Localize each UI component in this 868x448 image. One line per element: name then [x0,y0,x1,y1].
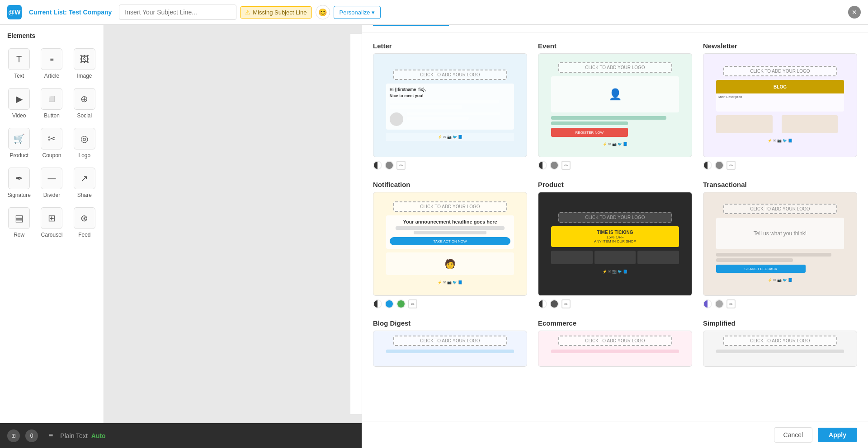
carousel-label: Carousel [41,232,62,238]
template-card-product: Product CLICK TO ADD YOUR LOGO TIME IS T… [538,181,692,308]
element-share[interactable]: ↗ Share [69,164,100,202]
product-swatch-2[interactable] [550,299,559,308]
warning-icon: ⚠ [245,9,250,16]
plain-text-label: Plain Text [60,432,87,439]
close-button[interactable]: ✕ [848,6,861,19]
template-title-simplified: Simplified [703,319,857,327]
event-swatch-1[interactable] [538,161,547,170]
element-carousel[interactable]: ⊞ Carousel [36,204,67,242]
article-icon: ≡ [41,48,62,70]
template-thumbnail-ecommerce[interactable]: CLICK TO ADD YOUR LOGO [538,331,692,367]
event-swatches: ✏ [538,161,692,170]
subject-input[interactable] [119,5,236,20]
template-card-blog-digest: Blog Digest CLICK TO ADD YOUR LOGO [373,319,527,367]
element-coupon[interactable]: ✂ Coupon [36,124,67,162]
letter-swatch-edit[interactable]: ✏ [396,161,406,170]
notification-swatch-2[interactable] [385,299,394,308]
template-thumbnail-blog-digest[interactable]: CLICK TO ADD YOUR LOGO [373,331,527,367]
transactional-swatches: ✏ [703,299,857,308]
notification-swatch-1[interactable] [373,299,382,308]
divider-label: Divider [43,192,60,198]
current-list-label[interactable]: Current List: Test Company [29,9,112,16]
letter-swatch-1[interactable] [373,161,382,170]
elements-grid: T Text ≡ Article 🖼 Image ▶ Video ⬜ Butto… [4,45,100,242]
notification-swatch-3[interactable] [396,299,406,308]
notification-swatches: ✏ [373,299,527,308]
emoji-button[interactable]: 😊 [316,5,330,19]
element-divider[interactable]: — Divider [36,164,67,202]
template-thumbnail-product[interactable]: CLICK TO ADD YOUR LOGO TIME IS TICKING 1… [538,192,692,296]
feed-icon: ⊛ [74,207,95,229]
product-icon: 🛒 [8,128,30,149]
bottom-icon-2[interactable]: 0 [25,429,38,442]
main-layout: Elements T Text ≡ Article 🖼 Image ▶ Vide… [0,25,868,423]
video-icon: ▶ [8,88,30,110]
coupon-label: Coupon [42,152,61,159]
event-swatch-edit[interactable]: ✏ [561,161,571,170]
auto-label[interactable]: Auto [91,432,106,439]
template-thumbnail-transactional[interactable]: CLICK TO ADD YOUR LOGO Tell us what you … [703,192,857,296]
event-swatch-2[interactable] [550,161,559,170]
template-panel-footer: Cancel Apply [362,421,868,423]
newsletter-swatch-edit[interactable]: ✏ [726,161,736,170]
template-panel: Template Gallery My Templates Keep My Me… [362,25,868,423]
element-button[interactable]: ⬜ Button [36,84,67,122]
template-title-blog-digest: Blog Digest [373,319,527,327]
notification-swatch-edit[interactable]: ✏ [408,299,417,308]
transactional-swatch-2[interactable] [715,299,724,308]
template-gallery-content: Letter CLICK TO ADD YOUR LOGO Hi {!first… [362,33,868,421]
template-panel-header: Template Gallery My Templates Keep My Me… [362,25,868,33]
element-logo[interactable]: ◎ Logo [69,124,100,162]
template-thumbnail-letter[interactable]: CLICK TO ADD YOUR LOGO Hi {!firstname_fi… [373,53,527,157]
letter-swatches: ✏ [373,161,527,170]
signature-label: Signature [7,192,30,198]
template-thumbnail-event[interactable]: CLICK TO ADD YOUR LOGO 👤 REGISTER NOW [538,53,692,157]
missing-subject-badge: ⚠ Missing Subject Line [240,6,311,19]
element-signature[interactable]: ✒ Signature [4,164,34,202]
element-product[interactable]: 🛒 Product [4,124,34,162]
row-label: Row [14,232,24,238]
tab-my-templates[interactable]: My Templates [449,25,515,26]
template-grid: Letter CLICK TO ADD YOUR LOGO Hi {!first… [373,42,857,367]
logo-icon: ◎ [74,128,95,149]
article-label: Article [44,73,59,79]
newsletter-swatch-2[interactable] [715,161,724,170]
template-thumbnail-simplified[interactable]: CLICK TO ADD YOUR LOGO [703,331,857,367]
sidebar-title: Elements [4,32,100,39]
text-icon: T [8,48,30,70]
template-card-simplified: Simplified CLICK TO ADD YOUR LOGO [703,319,857,367]
element-article[interactable]: ≡ Article [36,45,67,83]
tab-template-gallery[interactable]: Template Gallery [373,25,449,26]
divider-icon: — [41,168,62,189]
letter-swatch-2[interactable] [385,161,394,170]
element-image[interactable]: 🖼 Image [69,45,100,83]
transactional-swatch-1[interactable] [703,299,712,308]
element-feed[interactable]: ⊛ Feed [69,204,100,242]
template-card-newsletter: Newsletter CLICK TO ADD YOUR LOGO BLOG S… [703,42,857,170]
aweber-logo: @W [7,5,22,19]
element-social[interactable]: ⊕ Social [69,84,100,122]
product-swatch-1[interactable] [538,299,547,308]
element-row[interactable]: ▤ Row [4,204,34,242]
personalize-label: Personalize [340,9,370,16]
template-thumbnail-notification[interactable]: CLICK TO ADD YOUR LOGO Your announcement… [373,192,527,296]
template-title-event: Event [538,42,692,50]
newsletter-swatches: ✏ [703,161,857,170]
sidebar: Elements T Text ≡ Article 🖼 Image ▶ Vide… [0,25,104,423]
template-title-newsletter: Newsletter [703,42,857,50]
template-thumbnail-newsletter[interactable]: CLICK TO ADD YOUR LOGO BLOG Short Descri… [703,53,857,157]
template-title-product: Product [538,181,692,188]
bottom-icon-1[interactable]: ⊞ [7,429,20,442]
social-icon: ⊕ [74,88,95,110]
social-label: Social [77,112,92,119]
share-label: Share [77,192,92,198]
feed-label: Feed [78,232,90,238]
element-video[interactable]: ▶ Video [4,84,34,122]
element-text[interactable]: T Text [4,45,34,83]
personalize-button[interactable]: Personalize ▾ [334,6,381,19]
signature-icon: ✒ [8,168,30,189]
transactional-swatch-edit[interactable]: ✏ [726,299,736,308]
newsletter-swatch-1[interactable] [703,161,712,170]
template-card-letter: Letter CLICK TO ADD YOUR LOGO Hi {!first… [373,42,527,170]
product-swatch-edit[interactable]: ✏ [561,299,571,308]
